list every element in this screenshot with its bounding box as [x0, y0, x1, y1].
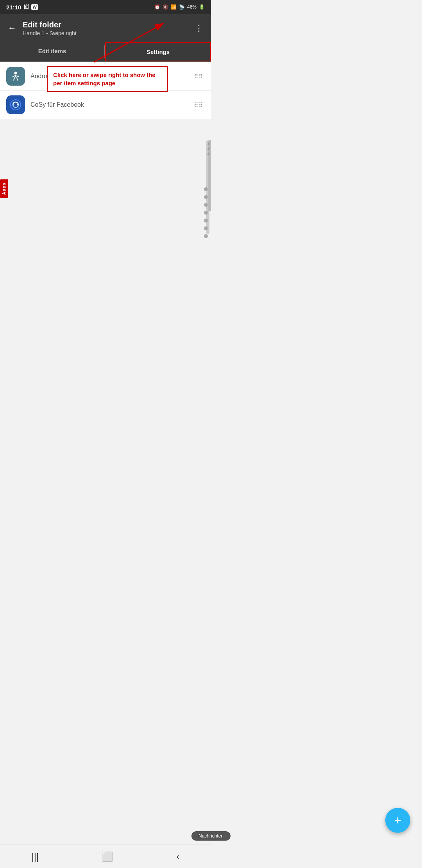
scroll-dot-5	[204, 219, 208, 222]
status-right: ⏰ 🔇 📶 📡 46% 🔋	[154, 4, 205, 10]
svg-point-0	[14, 72, 17, 75]
scroll-dot-3	[204, 203, 208, 207]
widget-icon: W	[31, 4, 38, 10]
androfit-drag-handle[interactable]: ⠿⠿	[192, 71, 205, 82]
tab-bar: Edit items Settings	[0, 42, 211, 62]
cosy-drag-handle[interactable]: ⠿⠿	[192, 100, 205, 110]
status-bar: 21:10 🖼 W ⏰ 🔇 📶 📡 46% 🔋	[0, 0, 211, 14]
annotation-container: AndroFit ⠿⠿ Click here or swipe right to…	[0, 62, 211, 369]
cosy-icon	[6, 95, 25, 114]
alarm-icon: ⏰	[154, 4, 160, 10]
content-area	[0, 119, 211, 369]
wifi-icon: 📶	[171, 4, 177, 10]
scroll-dot-1	[204, 187, 208, 191]
mute-icon: 🔇	[163, 4, 168, 10]
tooltip-box: Click here or swipe right to show the pe…	[47, 66, 168, 92]
app-item-cosy[interactable]: CoSy für Facebook ⠿⠿	[0, 91, 211, 119]
back-button[interactable]: ←	[6, 22, 18, 35]
tab-settings[interactable]: Settings	[105, 42, 211, 61]
app-bar-title: Edit folder Handle 1 - Swipe right	[23, 20, 188, 36]
tooltip-text: Click here or swipe right to show the pe…	[53, 72, 156, 86]
status-time: 21:10	[6, 4, 21, 11]
scroll-dot-2	[204, 195, 208, 199]
side-label: Apps	[0, 179, 8, 198]
battery-icon: 🔋	[199, 4, 205, 10]
app-item-androfit[interactable]: AndroFit ⠿⠿ Click here or swipe right to…	[0, 62, 211, 91]
scroll-dot-4	[204, 211, 208, 215]
battery-percent: 46%	[187, 4, 197, 10]
scroll-dot-6	[204, 226, 208, 230]
tab-edit-items[interactable]: Edit items	[0, 42, 104, 61]
androfit-icon	[6, 67, 25, 86]
svg-point-1	[11, 100, 21, 110]
signal-icon: 📡	[179, 4, 185, 10]
cosy-name: CoSy für Facebook	[30, 101, 192, 108]
app-bar: ← Edit folder Handle 1 - Swipe right ⋮	[0, 14, 211, 42]
app-bar-title-main: Edit folder	[23, 20, 188, 29]
more-options-button[interactable]: ⋮	[193, 22, 205, 35]
photo-icon: 🖼	[23, 4, 29, 10]
scroll-dot-7	[204, 234, 208, 238]
scrollbar-dots	[204, 187, 208, 238]
side-swipe-text: w w w	[207, 142, 211, 156]
app-bar-subtitle: Handle 1 - Swipe right	[23, 30, 188, 36]
status-left: 21:10 🖼 W	[6, 4, 38, 11]
app-list: AndroFit ⠿⠿ Click here or swipe right to…	[0, 62, 211, 119]
